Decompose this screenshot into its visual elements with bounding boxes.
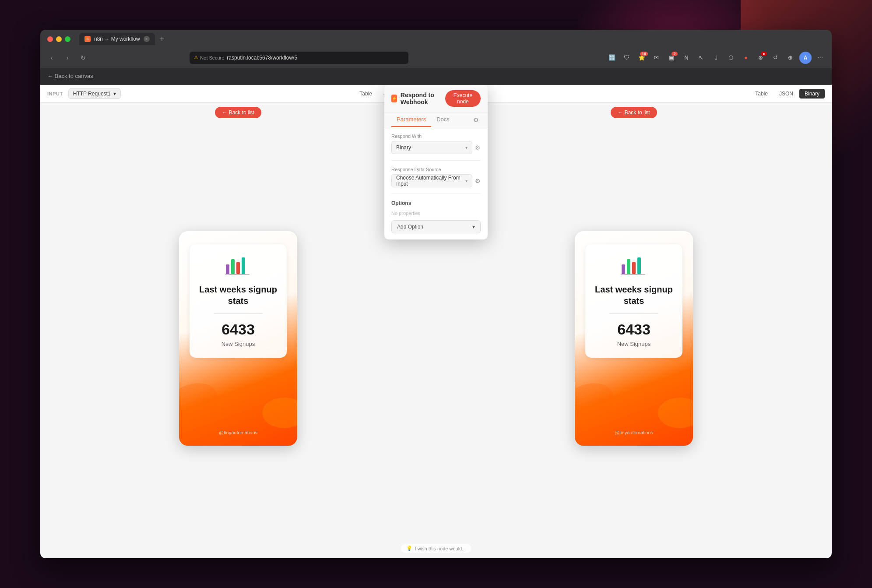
address-bar: ‹ › ↻ ⚠ Not Secure rasputin.local:5678/w… bbox=[40, 48, 832, 67]
bookmark-badge: 10 bbox=[640, 52, 648, 56]
more-options-button[interactable]: ⋯ bbox=[814, 52, 826, 64]
svg-rect-7 bbox=[627, 259, 630, 274]
avatar-red1[interactable]: ● bbox=[740, 52, 752, 64]
add-option-chevron-icon: ▾ bbox=[472, 224, 475, 230]
node-dialog-tabs: Parameters Docs ⚙ bbox=[384, 113, 488, 127]
traffic-lights bbox=[47, 36, 70, 42]
response-data-source-value: Choose Automatically From Input bbox=[396, 175, 465, 187]
card-divider-left bbox=[214, 313, 262, 314]
tab-parameters[interactable]: Parameters bbox=[391, 113, 431, 127]
settings-ext-icon[interactable]: ⊕ bbox=[784, 52, 797, 64]
chart-svg-left bbox=[225, 255, 250, 275]
card-chart-icon-right bbox=[621, 255, 647, 277]
response-data-source-gear-icon[interactable]: ⚙ bbox=[475, 177, 481, 184]
tab-area: n n8n → My workflow × + bbox=[79, 33, 825, 45]
respond-with-select[interactable]: Binary ▾ bbox=[391, 141, 472, 154]
svg-rect-3 bbox=[242, 257, 245, 274]
back-to-canvas-button[interactable]: ← Back to canvas bbox=[47, 73, 93, 79]
maximize-window-button[interactable] bbox=[65, 36, 70, 42]
node-dialog-body: Respond With Binary ▾ ⚙ Response Data So bbox=[384, 127, 488, 239]
bottom-hint-text: I wish this node would... bbox=[415, 546, 466, 551]
add-option-label: Add Option bbox=[397, 224, 423, 230]
add-option-button[interactable]: Add Option ▾ bbox=[391, 220, 481, 233]
output-panel: OUTPUT ℹ Table JSON Binary ← Back to lis… bbox=[436, 85, 832, 558]
card-subtitle-right: New Signups bbox=[617, 341, 651, 347]
refresh-ext-icon[interactable]: ↺ bbox=[770, 52, 782, 64]
minimize-window-button[interactable] bbox=[56, 36, 62, 42]
card-number-right: 6433 bbox=[617, 321, 650, 338]
input-back-to-list-label: ← Back to list bbox=[222, 109, 254, 116]
response-data-source-select[interactable]: Choose Automatically From Input ▾ bbox=[391, 174, 472, 187]
mail-icon[interactable]: ✉ bbox=[650, 52, 663, 64]
node-title: ⚡ Respond to Webhook bbox=[391, 92, 445, 106]
back-to-canvas-label: ← Back to canvas bbox=[47, 73, 93, 79]
node-selector-chevron: ▾ bbox=[113, 91, 116, 97]
respond-with-row: Binary ▾ ⚙ bbox=[391, 141, 481, 154]
node-dialog: ⚡ Respond to Webhook Execute node Parame… bbox=[384, 85, 488, 239]
node-settings-gear-button[interactable]: ⚙ bbox=[471, 113, 481, 127]
piano-ext-icon[interactable]: ♩ bbox=[710, 52, 722, 64]
workflow-area: INPUT HTTP Request1 ▾ Table JSON Binary … bbox=[40, 85, 832, 558]
respond-with-label: Respond With bbox=[391, 134, 481, 139]
tab-docs[interactable]: Docs bbox=[431, 113, 455, 127]
input-signup-card: Last weeks signup stats 6433 New Signups… bbox=[179, 231, 297, 446]
card-title-right: Last weeks signup stats bbox=[594, 284, 674, 306]
card-inner-left: Last weeks signup stats 6433 New Signups bbox=[190, 244, 287, 358]
respond-with-value: Binary bbox=[396, 144, 411, 151]
tab-output-table[interactable]: Table bbox=[750, 89, 773, 99]
output-back-to-list-button[interactable]: ← Back to list bbox=[611, 107, 657, 118]
svg-rect-8 bbox=[632, 262, 636, 274]
node-icon: ⚡ bbox=[391, 95, 397, 102]
security-indicator: ⚠ Not Secure bbox=[194, 55, 224, 60]
input-panel-label: INPUT bbox=[47, 91, 63, 96]
svg-rect-2 bbox=[236, 262, 240, 274]
ext-badge2: ● bbox=[761, 52, 767, 56]
input-back-to-list-button[interactable]: ← Back to list bbox=[215, 107, 261, 118]
tab-title: n8n → My workflow bbox=[94, 36, 140, 42]
profile-avatar[interactable]: A bbox=[799, 52, 812, 64]
card-title-left: Last weeks signup stats bbox=[198, 284, 278, 306]
response-data-source-row: Choose Automatically From Input ▾ ⚙ bbox=[391, 174, 481, 187]
app-content: ← Back to canvas INPUT HTTP Request1 ▾ T… bbox=[40, 67, 832, 558]
n8n-ext-icon[interactable]: N bbox=[680, 52, 693, 64]
separator-2 bbox=[391, 194, 481, 194]
output-signup-card: Last weeks signup stats 6433 New Signups… bbox=[575, 231, 693, 446]
close-window-button[interactable] bbox=[47, 36, 53, 42]
card-footer-right: @tinyautomations bbox=[615, 430, 653, 435]
tab-input-table[interactable]: Table bbox=[354, 89, 377, 99]
card-inner-right: Last weeks signup stats 6433 New Signups bbox=[585, 244, 682, 358]
response-data-source-group: Response Data Source Choose Automaticall… bbox=[391, 167, 481, 187]
response-data-source-chevron-icon: ▾ bbox=[465, 179, 468, 183]
url-bar[interactable]: ⚠ Not Secure rasputin.local:5678/workflo… bbox=[190, 52, 408, 64]
forward-nav-button[interactable]: › bbox=[61, 52, 74, 64]
pocket-ext-icon[interactable]: ⬡ bbox=[725, 52, 737, 64]
cursor-ext-icon[interactable]: ↖ bbox=[695, 52, 707, 64]
respond-with-gear-icon[interactable]: ⚙ bbox=[475, 144, 481, 151]
browser-toolbar-right: 🔡 🛡 ⭐ 10 ✉ ▣ 2 N ↖ ♩ ⬡ ● ⊛ ● ↺ ⊕ A ⋯ bbox=[606, 52, 826, 64]
browser-tab-n8n[interactable]: n n8n → My workflow × bbox=[79, 33, 155, 45]
output-panel-content: Last weeks signup stats 6433 New Signups… bbox=[436, 118, 832, 558]
tab-output-binary[interactable]: Binary bbox=[799, 89, 825, 99]
svg-rect-6 bbox=[622, 264, 625, 274]
tab-close-button[interactable]: × bbox=[144, 36, 150, 42]
node-selector-dropdown[interactable]: HTTP Request1 ▾ bbox=[68, 88, 121, 99]
output-view-tabs: Table JSON Binary bbox=[750, 89, 825, 99]
not-secure-label: Not Secure bbox=[200, 55, 224, 60]
input-panel-header: INPUT HTTP Request1 ▾ Table JSON Binary bbox=[40, 85, 436, 102]
extension1-icon[interactable]: 🛡 bbox=[621, 52, 633, 64]
tab-favicon-icon: n bbox=[84, 36, 91, 42]
reload-nav-button[interactable]: ↻ bbox=[77, 52, 89, 64]
new-tab-button[interactable]: + bbox=[157, 34, 167, 44]
browser-window: n n8n → My workflow × + ‹ › ↻ ⚠ Not Secu… bbox=[40, 30, 832, 558]
text-size-icon[interactable]: 🔡 bbox=[606, 52, 618, 64]
back-nav-button[interactable]: ‹ bbox=[46, 52, 58, 64]
separator-1 bbox=[391, 160, 481, 161]
warning-icon: ⚠ bbox=[194, 55, 198, 60]
respond-with-group: Respond With Binary ▾ ⚙ bbox=[391, 134, 481, 154]
tab-output-json[interactable]: JSON bbox=[774, 89, 798, 99]
output-back-to-list-label: ← Back to list bbox=[618, 109, 650, 116]
ext3-container: ▣ 2 bbox=[665, 52, 678, 64]
execute-node-button[interactable]: Execute node bbox=[445, 90, 481, 107]
response-data-source-label: Response Data Source bbox=[391, 167, 481, 172]
title-bar: n n8n → My workflow × + bbox=[40, 30, 832, 48]
